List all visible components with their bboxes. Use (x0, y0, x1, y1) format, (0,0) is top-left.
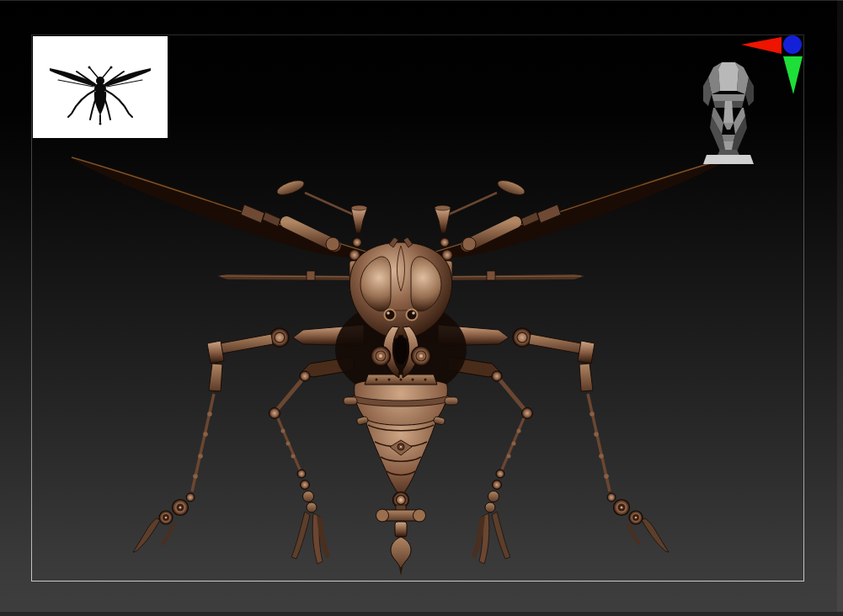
reference-image-thumbnail[interactable] (33, 36, 168, 138)
window-bottom-edge (0, 612, 843, 616)
y-axis-arrow-icon (783, 56, 803, 94)
head-gizmo-base (703, 155, 754, 164)
camera-head-gizmo[interactable] (700, 57, 757, 165)
window-right-edge (837, 0, 843, 616)
insect-silhouette-icon (33, 36, 168, 138)
z-axis-dot-icon (783, 35, 802, 54)
insect-abdomen (353, 380, 449, 576)
x-axis-arrow-icon (741, 37, 782, 54)
window-top-edge (0, 0, 843, 1)
app-window (0, 0, 843, 616)
